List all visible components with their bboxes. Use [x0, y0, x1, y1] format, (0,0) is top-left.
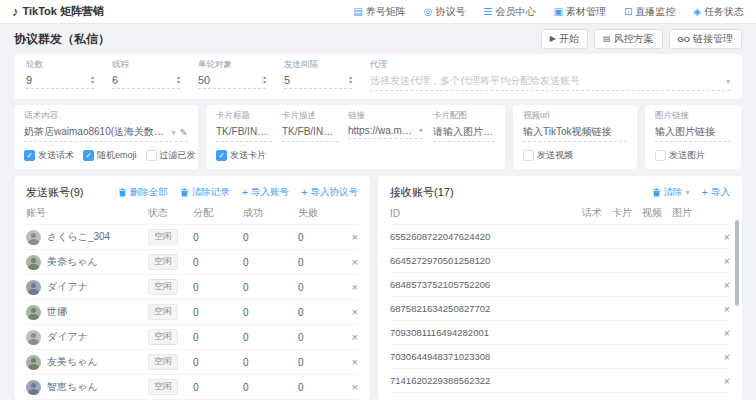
number-stepper[interactable]: ▴▾ — [91, 75, 94, 85]
status-badge: 空闲 — [148, 329, 178, 345]
remove-sender-button[interactable]: × — [340, 306, 358, 318]
number-stepper[interactable]: ▴▾ — [349, 75, 352, 85]
targets-per-round-field: 单轮对象 50▴▾ — [198, 59, 266, 91]
import-accounts-label: 导入账号 — [251, 186, 289, 199]
filter-sent-checkbox[interactable]: ✓过滤已发 — [146, 149, 196, 162]
image-link-input[interactable]: 输入图片链接 — [655, 124, 731, 142]
card-desc-input[interactable]: TK/FB/INS/WS好 — [282, 124, 338, 142]
remove-sender-button[interactable]: × — [340, 281, 358, 293]
receiver-id: 6875821634250827702 — [390, 303, 582, 314]
send-interval-value[interactable]: 5 — [284, 74, 290, 86]
threads-value[interactable]: 6 — [112, 74, 118, 86]
account-name[interactable]: ダイアナ — [47, 330, 88, 344]
checkbox-icon: ✓ — [146, 150, 157, 161]
vertical-scrollbar[interactable] — [735, 220, 739, 306]
card-title-input[interactable]: TK/FB/INS/WS好 — [216, 124, 272, 142]
app-title: TikTok 矩阵营销 — [23, 4, 105, 19]
remove-receiver-button[interactable]: × — [702, 351, 730, 363]
risk-plan-button[interactable]: ▤风控方案 — [594, 29, 663, 49]
menu-item-protocol[interactable]: ◎协议号 — [424, 5, 466, 19]
option-label: 发送话术 — [38, 149, 74, 162]
assigned-count: 0 — [193, 257, 243, 268]
remove-receiver-button[interactable]: × — [702, 231, 730, 243]
option-label: 发送视频 — [537, 149, 573, 162]
start-button[interactable]: ▶开始 — [541, 29, 588, 49]
page-title: 协议群发（私信） — [14, 31, 110, 48]
success-count: 0 — [243, 332, 298, 343]
send-card-checkbox[interactable]: ✓发送卡片 — [216, 149, 266, 162]
message-select[interactable]: 奶茶店waimao8610(送海关数据，保健品类账号) 做... ▾ ✎ — [24, 124, 188, 142]
send-script-checkbox[interactable]: ✓发送话术 — [24, 149, 74, 162]
status-badge: 空闲 — [148, 354, 178, 370]
targets-per-round-value[interactable]: 50 — [198, 74, 210, 86]
account-name[interactable]: 美奈ちゃん — [47, 255, 98, 269]
status-badge: 空闲 — [148, 229, 178, 245]
random-emoji-checkbox[interactable]: ✓随机emoji — [83, 149, 137, 162]
video-url-label: 视频url — [523, 110, 627, 122]
menu-item-member-center[interactable]: ☰会员中心 — [483, 5, 535, 19]
failed-count: 0 — [298, 232, 340, 243]
menu-item-matrix[interactable]: ▤养号矩阵 — [353, 5, 405, 19]
avatar — [26, 255, 41, 270]
receivers-table-header: ID 话术 卡片 视频 图片 — [390, 202, 730, 224]
play-icon: ▶ — [550, 35, 556, 43]
clear-receivers-button[interactable]: 清除▾ — [652, 186, 690, 199]
monitor-icon: ⊡ — [624, 7, 632, 17]
send-interval-field: 发送间隔 5▴▾ — [284, 59, 352, 91]
chevron-down-icon: ▾ — [419, 126, 423, 135]
import-accounts-button[interactable]: +导入账号 — [242, 186, 289, 199]
start-label: 开始 — [559, 32, 579, 46]
link-manage-button[interactable]: GO链接管理 — [669, 29, 742, 49]
account-name[interactable]: ダイアナ — [47, 280, 88, 294]
card-image-input[interactable]: 请输入图片链接 — [433, 124, 495, 142]
account-name[interactable]: さくらこ_304 — [47, 230, 110, 244]
account-name[interactable]: 智恵ちゃん — [47, 380, 98, 394]
checkbox-icon: ✓ — [655, 150, 666, 161]
menu-item-materials[interactable]: ▣素材管理 — [553, 5, 605, 19]
sender-row: 友美ちゃん 空闲 0 0 0 × — [26, 349, 358, 374]
remove-sender-button[interactable]: × — [340, 331, 358, 343]
account-name[interactable]: 友美ちゃん — [47, 355, 98, 369]
import-protocol-button[interactable]: +导入协议号 — [301, 186, 358, 199]
document-icon: ▤ — [603, 35, 611, 43]
clear-status-button[interactable]: 清除记录 — [180, 186, 230, 199]
go-icon: GO — [678, 35, 690, 44]
remove-sender-button[interactable]: × — [340, 381, 358, 393]
plus-icon: + — [301, 187, 307, 198]
option-label: 过滤已发 — [160, 149, 196, 162]
card-image-label: 卡片配图 — [433, 110, 495, 122]
remove-sender-button[interactable]: × — [340, 356, 358, 368]
menu-item-live-monitor[interactable]: ⊡直播监控 — [624, 5, 675, 19]
video-url-placeholder: 输入TikTok视频链接 — [523, 125, 627, 139]
avatar — [26, 280, 41, 295]
card-link-input[interactable]: https://wa.me/13728278510▾ — [348, 124, 423, 139]
remove-receiver-button[interactable]: × — [702, 303, 730, 315]
tiktok-logo-icon: ♪ — [12, 4, 19, 19]
send-image-checkbox[interactable]: ✓发送图片 — [655, 149, 705, 162]
card-link-field: 链接 https://wa.me/13728278510▾ — [348, 110, 423, 142]
status-badge: 空闲 — [148, 279, 178, 295]
card-title-value: TK/FB/INS/WS好 — [216, 125, 272, 139]
remove-sender-button[interactable]: × — [340, 256, 358, 268]
send-video-checkbox[interactable]: ✓发送视频 — [523, 149, 573, 162]
edit-pencil-icon[interactable]: ✎ — [180, 127, 188, 138]
sender-row: さくらこ_304 空闲 0 0 0 × — [26, 224, 358, 249]
success-count: 0 — [243, 382, 298, 393]
remove-receiver-button[interactable]: × — [702, 279, 730, 291]
status-badge: 空闲 — [148, 379, 178, 395]
remove-receiver-button[interactable]: × — [702, 375, 730, 387]
success-count: 0 — [243, 257, 298, 268]
proxy-select[interactable]: 选择发送代理，多个代理将平均分配给发送账号▾ — [370, 73, 730, 91]
col-failed: 失败 — [298, 206, 340, 220]
remove-receiver-button[interactable]: × — [702, 327, 730, 339]
menu-item-task-status[interactable]: ◈任务状态 — [693, 5, 744, 19]
delete-all-button[interactable]: 删除全部 — [118, 186, 168, 199]
import-receivers-button[interactable]: +导入 — [702, 186, 730, 199]
account-name[interactable]: 世娜 — [47, 305, 67, 319]
remove-sender-button[interactable]: × — [340, 231, 358, 243]
number-stepper[interactable]: ▴▾ — [177, 75, 180, 85]
number-stepper[interactable]: ▴▾ — [263, 75, 266, 85]
video-url-input[interactable]: 输入TikTok视频链接 — [523, 124, 627, 142]
remove-receiver-button[interactable]: × — [702, 255, 730, 267]
rounds-value[interactable]: 9 — [26, 74, 32, 86]
